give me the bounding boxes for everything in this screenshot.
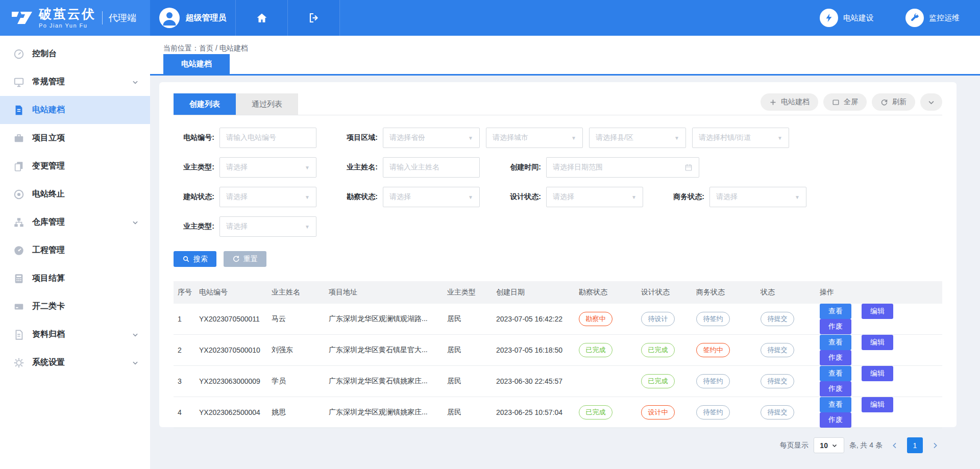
caret-down-icon: ▼: [468, 194, 473, 200]
sidebar-item-data-archive[interactable]: 资料归档: [0, 320, 150, 349]
pagination: 每页显示 10 条, 共 4 条 1: [174, 437, 942, 453]
sidebar-item-label: 电站终止: [32, 189, 65, 200]
cell-no: 4: [174, 397, 195, 428]
chevron-down-icon: [132, 219, 139, 226]
build-status-select[interactable]: 请选择▼: [219, 187, 316, 207]
cell-no: 1: [174, 304, 195, 335]
gauge-icon: [13, 245, 24, 256]
sidebar-item-project-initiation[interactable]: 项目立项: [0, 124, 150, 152]
document-icon: [13, 105, 24, 116]
user-menu[interactable]: 超级管理员: [150, 0, 236, 36]
app-title: 破茧云伏: [39, 7, 96, 21]
prev-page-button[interactable]: [888, 438, 902, 453]
target-icon: [13, 189, 24, 200]
content-card: 创建列表 通过列表 电站建档 全屏 刷新: [159, 82, 957, 427]
refresh-button[interactable]: 刷新: [872, 93, 915, 111]
create-station-label: 电站建档: [781, 97, 810, 107]
monitor-icon: [13, 77, 24, 88]
collapse-button[interactable]: [920, 93, 942, 111]
owner-name-input[interactable]: 请输入业主姓名: [383, 157, 480, 178]
page-1-button[interactable]: 1: [907, 437, 923, 453]
sidebar-item-warehouse-mgmt[interactable]: 仓库管理: [0, 208, 150, 236]
business-status-select[interactable]: 请选择▼: [709, 187, 806, 207]
county-select[interactable]: 请选择县/区▼: [589, 128, 686, 148]
breadcrumb-prefix: 当前位置：: [163, 44, 199, 52]
sidebar-item-engineering-mgmt[interactable]: 工程管理: [0, 236, 150, 264]
tab-create-list[interactable]: 创建列表: [174, 93, 236, 115]
chevron-down-icon: [132, 79, 139, 86]
void-button[interactable]: 作废: [820, 381, 851, 397]
next-page-button[interactable]: [928, 438, 942, 453]
owner-name-label: 业主姓名:: [337, 163, 378, 172]
reset-icon: [232, 255, 240, 263]
home-button[interactable]: [236, 0, 288, 36]
reset-button[interactable]: 重置: [224, 251, 266, 267]
sitemap-icon: [13, 217, 24, 228]
sidebar-item-dashboard[interactable]: 控制台: [0, 40, 150, 68]
sidebar-item-open-card[interactable]: 开二类卡: [0, 292, 150, 320]
sidebar-item-label: 电站建档: [32, 105, 65, 115]
void-button[interactable]: 作废: [820, 350, 851, 365]
survey-status-badge: 已完成: [579, 405, 612, 419]
module-station-build[interactable]: 电站建设: [820, 9, 874, 27]
sidebar-item-project-settlement[interactable]: 项目结算: [0, 264, 150, 292]
logout-button[interactable]: [288, 0, 340, 36]
cell-address: 广东深圳龙华区黄石镇姚家庄...: [325, 366, 443, 397]
cell-owner: 学员: [267, 366, 325, 397]
fullscreen-icon: [832, 98, 840, 106]
chevron-down-icon: [927, 98, 935, 106]
view-button[interactable]: 查看: [820, 366, 851, 381]
create-station-button[interactable]: 电站建档: [761, 93, 818, 111]
search-button[interactable]: 搜索: [174, 251, 216, 267]
fullscreen-button[interactable]: 全屏: [823, 93, 867, 111]
module-label: 电站建设: [843, 13, 874, 23]
col-no: 序号: [174, 281, 195, 304]
station-code-input[interactable]: 请输入电站编号: [219, 128, 316, 148]
search-label: 搜索: [193, 255, 208, 264]
owner-type-select[interactable]: 请选择▼: [219, 157, 316, 178]
sidebar-item-label: 仓库管理: [32, 217, 65, 228]
tab-passed-list[interactable]: 通过列表: [236, 93, 298, 115]
placeholder-text: 请选择村镇/街道: [699, 133, 751, 142]
edit-button[interactable]: 编辑: [862, 397, 893, 412]
sidebar-item-label: 资料归档: [32, 329, 65, 340]
col-business: 商务状态: [692, 281, 756, 304]
placeholder-text: 请选择: [226, 192, 248, 202]
refresh-label: 刷新: [892, 97, 906, 107]
view-button[interactable]: 查看: [820, 335, 851, 350]
caret-down-icon: ▼: [305, 165, 310, 170]
cell-code: YX2023070500010: [195, 335, 267, 366]
view-button[interactable]: 查看: [820, 304, 851, 319]
sidebar-item-station-terminate[interactable]: 电站终止: [0, 180, 150, 208]
module-monitor-ops[interactable]: 监控运维: [905, 9, 960, 27]
status-badge: 待提交: [761, 312, 794, 326]
cell-address: 广东深圳龙华区观澜镇姚家庄...: [325, 397, 443, 428]
user-name: 超级管理员: [186, 13, 227, 23]
city-select[interactable]: 请选择城市▼: [486, 128, 583, 148]
edit-button[interactable]: 编辑: [862, 366, 893, 381]
chevron-down-icon: [132, 359, 139, 366]
void-button[interactable]: 作废: [820, 319, 851, 334]
sidebar-item-system-settings[interactable]: 系统设置: [0, 349, 150, 377]
page-tab-station-archive[interactable]: 电站建档: [163, 54, 230, 74]
void-button[interactable]: 作废: [820, 412, 851, 428]
caret-down-icon: ▼: [777, 135, 782, 141]
sidebar-item-label: 项目立项: [32, 133, 65, 143]
sidebar: 控制台 常规管理 电站建档 项目立项 变更管理 电站终止 仓库管理 工程管理 项…: [0, 36, 150, 469]
town-select[interactable]: 请选择村镇/街道▼: [692, 128, 789, 148]
per-page-select[interactable]: 10: [814, 437, 844, 453]
placeholder-text: 请选择: [226, 163, 248, 172]
sidebar-item-change-mgmt[interactable]: 变更管理: [0, 152, 150, 180]
edit-button[interactable]: 编辑: [862, 304, 893, 319]
survey-status-select[interactable]: 请选择▼: [383, 187, 480, 207]
province-select[interactable]: 请选择省份▼: [383, 128, 480, 148]
sidebar-item-station-archive[interactable]: 电站建档: [0, 96, 150, 124]
sidebar-item-general-mgmt[interactable]: 常规管理: [0, 68, 150, 96]
view-button[interactable]: 查看: [820, 397, 851, 412]
edit-button[interactable]: 编辑: [862, 335, 893, 350]
col-owner: 业主姓名: [267, 281, 325, 304]
design-status-select[interactable]: 请选择▼: [546, 187, 643, 207]
owner-type2-select[interactable]: 请选择▼: [219, 216, 316, 237]
date-range-input[interactable]: 请选择日期范围: [546, 157, 699, 178]
design-status-badge: 已完成: [641, 343, 675, 357]
